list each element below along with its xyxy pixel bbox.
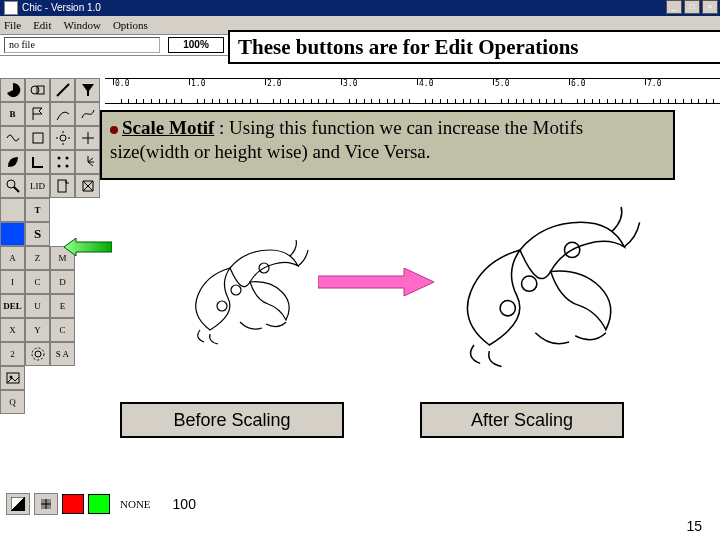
svg-point-22	[32, 348, 44, 360]
window-title: Chic - Version 1.0	[22, 0, 101, 16]
caption-before-text: Before Scaling	[173, 410, 290, 431]
svg-point-11	[65, 157, 68, 160]
tool-Q[interactable]: Q	[0, 390, 25, 414]
ruler-label: 3.0	[343, 79, 357, 88]
color-swatch-red[interactable]	[62, 494, 84, 514]
zoom-field[interactable]: 100%	[168, 37, 224, 53]
tool-gear[interactable]	[25, 342, 50, 366]
svg-point-13	[65, 165, 68, 168]
ruler-label: 4.0	[419, 79, 433, 88]
svg-point-10	[57, 157, 60, 160]
tool-line[interactable]	[50, 78, 75, 102]
svg-point-0	[31, 86, 39, 94]
svg-point-26	[217, 301, 227, 311]
tool-T[interactable]: T	[25, 198, 50, 222]
tool-D[interactable]: D	[50, 270, 75, 294]
svg-point-27	[231, 285, 241, 295]
svg-line-15	[88, 158, 93, 162]
tool-dots[interactable]	[50, 150, 75, 174]
menu-edit[interactable]: Edit	[33, 19, 51, 31]
tool-sun[interactable]	[50, 126, 75, 150]
status-mode: NONE	[120, 498, 151, 510]
tool-C2[interactable]: C	[50, 318, 75, 342]
tool-u2[interactable]	[75, 126, 100, 150]
tool-blue[interactable]	[0, 222, 25, 246]
ruler-label: 0.0	[115, 79, 129, 88]
svg-point-18	[7, 180, 15, 188]
svg-rect-20	[58, 180, 66, 192]
tool-burst[interactable]	[75, 150, 100, 174]
maximize-button[interactable]: □	[684, 0, 700, 14]
tool-leaf[interactable]	[0, 150, 25, 174]
banner-text: These buttons are for Edit Operations	[238, 35, 579, 60]
tool-X[interactable]: X	[0, 318, 25, 342]
ruler: 0.01.02.03.04.05.06.07.08.0	[105, 78, 720, 104]
ruler-label: 5.0	[495, 79, 509, 88]
app-icon	[4, 1, 18, 15]
tool-glass[interactable]	[0, 174, 25, 198]
ruler-label: 1.0	[191, 79, 205, 88]
tool-C[interactable]: C	[25, 270, 50, 294]
tool-u3[interactable]	[75, 174, 100, 198]
filename-field[interactable]: no file	[4, 37, 160, 53]
svg-point-31	[522, 276, 537, 291]
svg-marker-25	[64, 238, 112, 256]
tool-img[interactable]	[0, 366, 25, 390]
motif-after	[428, 176, 658, 376]
tool-B[interactable]: B	[0, 102, 25, 126]
status-bar: NONE 100	[0, 492, 720, 516]
caption-after: After Scaling	[420, 402, 624, 438]
tool-path[interactable]	[75, 102, 100, 126]
status-icon-1[interactable]	[6, 493, 30, 515]
close-button[interactable]: ×	[702, 0, 718, 14]
svg-line-19	[14, 187, 19, 192]
tool-doc[interactable]	[50, 174, 75, 198]
tool-wave[interactable]	[0, 126, 25, 150]
tool-Y[interactable]: Y	[25, 318, 50, 342]
status-value: 100	[173, 496, 196, 512]
tool-2[interactable]: 2	[0, 342, 25, 366]
caption-before: Before Scaling	[120, 402, 344, 438]
svg-point-5	[60, 135, 66, 141]
ruler-label: 6.0	[571, 79, 585, 88]
bullet-icon	[110, 126, 118, 134]
green-arrow-icon	[64, 238, 112, 256]
menu-options[interactable]: Options	[113, 19, 148, 31]
tool-A[interactable]: A	[0, 246, 25, 270]
tool-shape[interactable]	[25, 78, 50, 102]
tool-u1[interactable]	[25, 126, 50, 150]
para-title: Scale Motif	[122, 117, 214, 138]
svg-marker-29	[318, 268, 434, 296]
status-icon-2[interactable]	[34, 493, 58, 515]
color-swatch-green[interactable]	[88, 494, 110, 514]
svg-point-21	[35, 351, 41, 357]
tool-U[interactable]: U	[25, 294, 50, 318]
pink-arrow-icon	[318, 268, 434, 296]
tool-E[interactable]: E	[50, 294, 75, 318]
banner-callout: These buttons are for Edit Operations	[228, 30, 720, 64]
tool-Z[interactable]: Z	[25, 246, 50, 270]
menu-file[interactable]: File	[4, 19, 21, 31]
tool-angle[interactable]	[25, 150, 50, 174]
svg-point-30	[500, 301, 515, 316]
tool-funnel[interactable]	[75, 78, 100, 102]
svg-line-2	[57, 84, 69, 96]
svg-line-17	[88, 162, 93, 166]
svg-marker-3	[82, 84, 94, 96]
explanation-box: Scale Motif : Using this function we can…	[100, 110, 675, 180]
tool-pie[interactable]	[0, 78, 25, 102]
tool-S[interactable]: S	[25, 222, 50, 246]
motif-before	[170, 220, 320, 350]
ruler-label: 2.0	[267, 79, 281, 88]
tool-SA[interactable]: S A	[50, 342, 75, 366]
svg-rect-4	[33, 133, 43, 143]
tool-DEL[interactable]: DEL	[0, 294, 25, 318]
menu-window[interactable]: Window	[63, 19, 100, 31]
page-number: 15	[686, 518, 702, 534]
tool-sweep[interactable]	[50, 102, 75, 126]
tool-LID[interactable]: LID	[25, 174, 50, 198]
tool-blank[interactable]	[0, 198, 25, 222]
minimize-button[interactable]: _	[666, 0, 682, 14]
tool-I[interactable]: I	[0, 270, 25, 294]
tool-flag[interactable]	[25, 102, 50, 126]
